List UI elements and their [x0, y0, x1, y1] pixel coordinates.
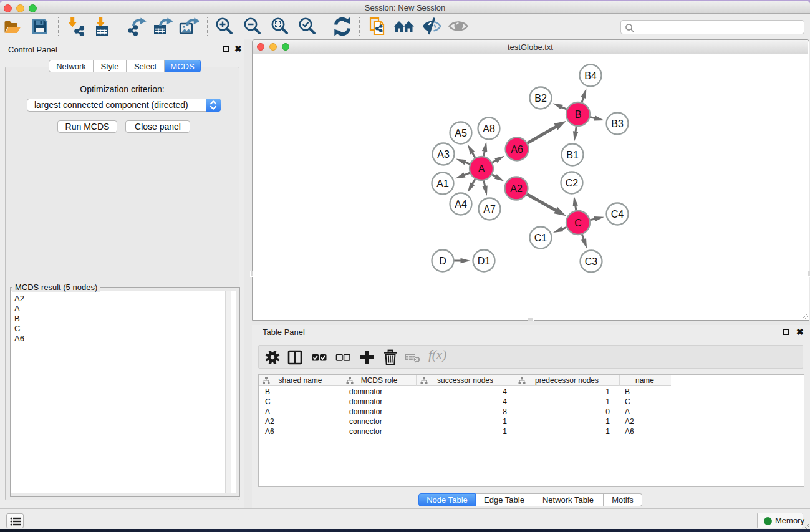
svg-text:B3: B3	[611, 118, 624, 129]
svg-text:D1: D1	[478, 256, 491, 266]
svg-text:C: C	[574, 218, 582, 228]
svg-text:B1: B1	[566, 150, 579, 160]
svg-text:A7: A7	[483, 204, 496, 215]
svg-text:A3: A3	[437, 149, 450, 160]
svg-text:B2: B2	[534, 93, 547, 104]
svg-text:A: A	[478, 163, 485, 174]
svg-text:C3: C3	[585, 256, 598, 267]
svg-text:C1: C1	[534, 233, 547, 243]
svg-text:C4: C4	[611, 209, 624, 220]
svg-text:A6: A6	[511, 144, 523, 155]
svg-text:D: D	[439, 256, 446, 266]
svg-text:A2: A2	[510, 183, 523, 194]
svg-text:B: B	[575, 109, 582, 120]
svg-text:A5: A5	[455, 128, 467, 138]
svg-text:C2: C2	[566, 178, 579, 188]
svg-text:B4: B4	[584, 70, 597, 81]
svg-text:A4: A4	[455, 199, 467, 210]
svg-text:A1: A1	[436, 178, 449, 189]
svg-text:A8: A8	[483, 123, 495, 134]
